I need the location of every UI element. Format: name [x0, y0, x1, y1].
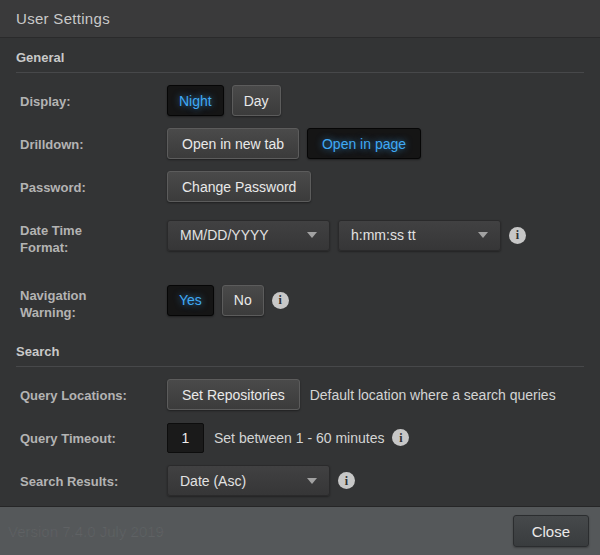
- query-locations-label: Query Locations:: [20, 379, 167, 410]
- date-time-format-controls: MM/DD/YYYY h:mm:ss tt i: [167, 214, 526, 256]
- set-repositories-button[interactable]: Set Repositories: [167, 379, 300, 410]
- navigation-warning-row: Navigation Warning: Yes No i: [20, 279, 584, 321]
- user-settings-dialog: User Settings General Display: Night Day…: [0, 0, 600, 555]
- close-button[interactable]: Close: [513, 515, 589, 547]
- drilldown-new-tab-button[interactable]: Open in new tab: [167, 128, 299, 159]
- navigation-warning-label: Navigation Warning:: [20, 279, 167, 321]
- display-label: Display:: [20, 85, 167, 116]
- search-results-value: Date (Asc): [180, 473, 246, 489]
- time-format-dropdown[interactable]: h:mm:ss tt: [338, 220, 501, 251]
- query-timeout-label: Query Timeout:: [20, 422, 167, 453]
- search-results-label: Search Results:: [20, 465, 167, 496]
- query-timeout-description: Set between 1 - 60 minutes: [214, 430, 384, 446]
- info-icon[interactable]: i: [272, 292, 289, 309]
- date-format-value: MM/DD/YYYY: [180, 227, 269, 243]
- chevron-down-icon: [307, 232, 317, 238]
- query-timeout-row: Query Timeout: Set between 1 - 60 minute…: [20, 422, 584, 453]
- password-label: Password:: [20, 171, 167, 202]
- display-day-button[interactable]: Day: [232, 85, 281, 116]
- search-results-row: Search Results: Date (Asc) i: [20, 465, 584, 496]
- query-timeout-input[interactable]: [167, 423, 204, 453]
- dialog-footer: Version 7.4.0 July 2019 Close: [0, 506, 600, 555]
- chevron-down-icon: [478, 232, 488, 238]
- info-icon[interactable]: i: [509, 227, 526, 244]
- section-header-search: Search: [16, 344, 584, 359]
- query-timeout-controls: Set between 1 - 60 minutes i: [167, 422, 409, 453]
- navigation-warning-controls: Yes No i: [167, 279, 289, 321]
- chevron-down-icon: [307, 478, 317, 484]
- section-header-general: General: [16, 50, 584, 65]
- drilldown-label: Drilldown:: [20, 128, 167, 159]
- change-password-button[interactable]: Change Password: [167, 171, 311, 202]
- drilldown-controls: Open in new tab Open in page: [167, 128, 421, 159]
- drilldown-in-page-button[interactable]: Open in page: [307, 128, 421, 159]
- search-results-controls: Date (Asc) i: [167, 465, 355, 496]
- time-format-value: h:mm:ss tt: [351, 227, 416, 243]
- info-icon[interactable]: i: [338, 472, 355, 489]
- footer-watermark: Version 7.4.0 July 2019: [8, 523, 164, 540]
- display-controls: Night Day: [167, 85, 281, 116]
- display-night-button[interactable]: Night: [167, 85, 224, 116]
- display-row: Display: Night Day: [20, 85, 584, 116]
- navigation-warning-no-button[interactable]: No: [222, 285, 264, 316]
- date-time-format-row: Date Time Format: MM/DD/YYYY h:mm:ss tt …: [20, 214, 584, 256]
- section-divider-general: [16, 72, 584, 73]
- search-results-dropdown[interactable]: Date (Asc): [167, 465, 330, 496]
- section-divider-search: [16, 366, 584, 367]
- info-icon[interactable]: i: [392, 429, 409, 446]
- query-locations-row: Query Locations: Set Repositories Defaul…: [20, 379, 584, 410]
- password-row: Password: Change Password: [20, 171, 584, 202]
- dialog-titlebar: User Settings: [0, 0, 600, 38]
- drilldown-row: Drilldown: Open in new tab Open in page: [20, 128, 584, 159]
- dialog-title: User Settings: [16, 10, 110, 27]
- query-locations-controls: Set Repositories Default location where …: [167, 379, 556, 410]
- dialog-body: General Display: Night Day Drilldown: Op…: [0, 50, 600, 496]
- query-locations-description: Default location where a search queries: [310, 387, 556, 403]
- date-format-dropdown[interactable]: MM/DD/YYYY: [167, 220, 330, 251]
- navigation-warning-yes-button[interactable]: Yes: [167, 285, 214, 316]
- date-time-format-label: Date Time Format:: [20, 214, 167, 256]
- password-controls: Change Password: [167, 171, 311, 202]
